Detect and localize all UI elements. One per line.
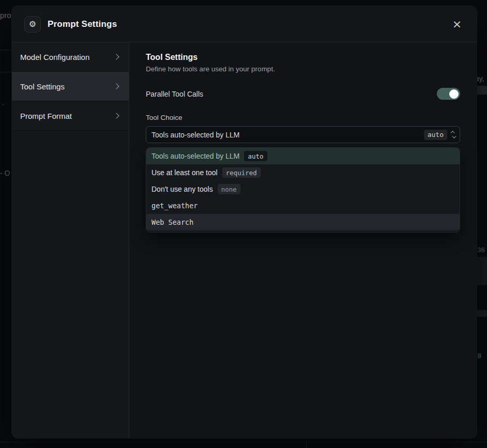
option-label: Web Search (151, 218, 193, 226)
chevron-right-icon (113, 113, 119, 118)
option-label: Don't use any tools (151, 185, 213, 193)
panel-subheading: Define how tools are used in your prompt… (146, 65, 460, 73)
option-label: get_weather (151, 202, 197, 210)
close-icon[interactable]: × (450, 17, 464, 32)
sidebar-item-label: Tool Settings (20, 82, 114, 91)
modal-body: Model Configuration Tool Settings Prompt… (12, 42, 477, 438)
chevron-right-icon (113, 83, 119, 89)
backdrop-text-fragment: pro (0, 11, 11, 20)
option-badge: auto (244, 151, 267, 161)
sidebar-item-label: Model Configuration (20, 53, 114, 61)
tool-choice-selected-value: Tools auto-selected by LLM (151, 131, 424, 139)
tool-choice-selected-badge: auto (424, 130, 447, 140)
modal-title: Prompt Settings (48, 19, 117, 29)
chevron-up-down-icon (452, 131, 455, 138)
dropdown-option-get-weather[interactable]: get_weather (146, 197, 460, 214)
sidebar-item-model-configuration[interactable]: Model Configuration (12, 42, 129, 72)
tool-choice-select[interactable]: Tools auto-selected by LLM auto (146, 126, 460, 143)
panel-heading: Tool Settings (146, 53, 460, 62)
parallel-tool-calls-toggle[interactable] (437, 88, 460, 100)
tool-choice-dropdown: Tools auto-selected by LLM auto Use at l… (146, 147, 460, 233)
modal-header: ⚙ Prompt Settings × (12, 6, 477, 42)
gear-icon: ⚙ (24, 16, 41, 33)
toggle-knob (449, 89, 459, 99)
tool-choice-label: Tool Choice (146, 114, 460, 121)
chevron-right-icon (113, 54, 119, 59)
sidebar-item-prompt-format[interactable]: Prompt Format (12, 101, 129, 131)
backdrop-text-fragment: . (2, 98, 4, 106)
parallel-tool-calls-row: Parallel Tool Calls (146, 88, 460, 100)
option-label: Tools auto-selected by LLM (151, 152, 239, 160)
backdrop-text-fragment: - O (0, 169, 10, 177)
dropdown-option-none[interactable]: Don't use any tools none (146, 181, 460, 197)
sidebar-item-label: Prompt Format (20, 112, 114, 120)
option-badge: none (218, 184, 240, 194)
backdrop-divider (306, 438, 307, 448)
settings-sidebar: Model Configuration Tool Settings Prompt… (12, 42, 129, 438)
prompt-settings-modal: ⚙ Prompt Settings × Model Configuration … (12, 6, 477, 438)
tool-settings-panel: Tool Settings Define how tools are used … (129, 42, 477, 438)
parallel-tool-calls-label: Parallel Tool Calls (146, 90, 203, 98)
sidebar-item-tool-settings[interactable]: Tool Settings (12, 72, 129, 101)
dropdown-option-web-search[interactable]: Web Search (146, 214, 460, 230)
dropdown-option-auto[interactable]: Tools auto-selected by LLM auto (146, 148, 460, 164)
option-badge: required (222, 167, 261, 178)
dropdown-option-required[interactable]: Use at least one tool required (146, 164, 460, 181)
backdrop-divider (0, 442, 487, 442)
option-label: Use at least one tool (151, 168, 218, 177)
